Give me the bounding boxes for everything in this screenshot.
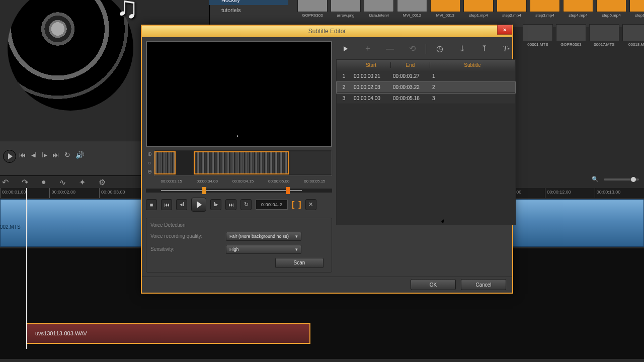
thumb-step2.mp4[interactable]: step2.mp4 [496,0,527,18]
library-folder-tutoriels[interactable]: tutoriels [209,5,288,15]
step-back-button[interactable]: ◂Ⅰ [176,199,187,210]
dialog-titlebar[interactable]: Subtitle Editor ✕ [142,26,512,37]
sensitivity-dropdown[interactable]: High [226,245,301,254]
zoom-handle-icon[interactable]: ○ [148,160,151,166]
time-offset-icon[interactable]: ◷ [433,43,446,54]
text-style-icon[interactable]: T▸ [500,43,513,54]
thumb-00017.MTS[interactable]: 00017.MTS [589,24,620,47]
timeline-toolbar: ↶ ↷ ● ∿ ✦ ⚙ [2,176,106,188]
goto-end-icon[interactable]: ⏭ [52,151,59,159]
zoom-slider[interactable] [604,178,639,180]
ruler-tick: 00:00:02.00 [49,188,99,198]
zoom-out-icon[interactable]: ⊖ [147,168,152,175]
main-transport: ⏮ ◂Ⅰ Ⅰ▸ ⏭ ↻ 🔊 [19,151,84,159]
waveform-track[interactable] [154,150,332,176]
library-folder-list: Hockey tutoriels [209,0,288,25]
ruler-tick: 00:00:13.00 [595,188,644,198]
thumb-00001.MTS[interactable]: 00001.MTS [522,24,553,47]
remove-subtitle-icon[interactable]: — [383,43,396,54]
scrub-mark-in[interactable] [202,187,206,194]
mark-out-button[interactable]: ] [298,200,301,209]
thumb-arrow.png[interactable]: arrow.png [330,0,361,18]
add-subtitle-icon[interactable]: ＋ [361,43,374,54]
delete-marks-button[interactable]: ✕ [305,199,316,210]
thumb-step4.mp4[interactable]: step4.mp4 [562,0,594,18]
import-subtitle-icon[interactable]: ⤓ [455,43,468,54]
undo-icon[interactable]: ↶ [2,177,9,187]
ok-button[interactable]: OK [411,279,456,290]
waveform-segment-2[interactable] [194,151,289,174]
ruler-tick: 00:00:01.00 [0,188,49,198]
merge-subtitle-icon[interactable]: ⟲ [406,43,419,54]
thumb-step6.mp4[interactable]: step6.mp4 [629,0,644,18]
zoom-in-icon[interactable]: ⊕ [147,151,152,157]
voice-detection-title: Voice Detection [150,222,328,228]
thumb-00018.MT[interactable]: 00018.MT [622,24,644,47]
subtitle-toolbar: ＋ — ⟲ ◷ ⤓ ⤒ T▸ [336,41,516,56]
volume-icon[interactable]: 🔊 [75,151,84,159]
scrub-bar[interactable] [146,189,332,193]
scrub-playhead[interactable] [286,187,290,194]
thumb-MVI_0012[interactable]: MVI_0012 [396,0,428,18]
export-subtitle-icon[interactable]: ⤒ [477,43,491,54]
timeline-zoom: 🔍 [592,176,639,183]
library-folder-hockey[interactable]: Hockey [209,0,288,5]
library-thumbs-row-2: 00001.MTSGOPR630300017.MTS00018.MT [522,24,644,47]
record-icon[interactable]: ● [41,177,46,187]
audio-clip[interactable]: uvs130113-003.WAV [26,323,310,344]
thumb-step3.mp4[interactable]: step3.mp4 [529,0,560,18]
goto-start-icon[interactable]: ⏮ [19,151,26,159]
loop-icon[interactable]: ↻ [64,151,70,159]
mixer-icon[interactable]: ∿ [59,177,66,187]
grid-header: Start End Subtitle [337,60,515,71]
settings-icon[interactable]: ⚙ [99,177,106,187]
quality-dropdown[interactable]: Fair (More background noise) [226,232,301,241]
dialog-transport: ■ ⏮ ◂Ⅰ Ⅰ▸ ⏭ ↻ 0:00:04.2 [ ] ✕ [146,198,332,212]
close-button[interactable]: ✕ [497,25,512,35]
thumb-GOPR6303[interactable]: GOPR6303 [555,24,587,47]
waveform-segment-1[interactable] [154,151,176,174]
redo-icon[interactable]: ↷ [22,177,28,187]
timeline-playhead[interactable] [26,188,27,349]
goto-end-button[interactable]: ⏭ [225,199,236,210]
loop-button[interactable]: ↻ [240,199,252,210]
toolbar-separator [426,44,426,54]
scan-button[interactable]: Scan [275,258,324,268]
step-back-icon[interactable]: ◂Ⅰ [31,151,37,159]
stop-button[interactable]: ■ [146,199,157,210]
subtitle-row[interactable]: 100:00:00.2100:00:01.271 [337,71,515,82]
thumb-kisia.intervi[interactable]: kisia.intervi [363,0,394,18]
main-play-button[interactable] [3,150,16,163]
ruler-tick: 00:00:12.00 [545,188,594,198]
grid-empty-area[interactable] [337,104,515,225]
play-segment-icon[interactable] [339,43,352,54]
mark-in-button[interactable]: [ [292,200,294,209]
waveform-remainder [290,151,332,174]
subtitle-row[interactable]: 300:00:04.0000:00:05.163 [337,93,515,104]
play-button[interactable] [191,198,206,212]
subtitle-row[interactable]: 200:00:02.0300:00:03.222 [337,82,515,93]
library-thumbs-row: GOPR6303arrow.pngkisia.interviMVI_0012MV… [297,0,644,18]
preview-placeholder-graphic [8,0,133,111]
timecode-field[interactable]: 0:00:04.2 [256,200,288,210]
dialog-footer: OK Cancel [142,277,512,293]
wave-time-label: 00:00:05.15 [297,179,332,184]
thumb-GOPR6303[interactable]: GOPR6303 [297,0,328,18]
fx-icon[interactable]: ✦ [79,177,86,187]
wave-time-label: 00:00:03.15 [154,179,189,184]
cancel-button[interactable]: Cancel [461,279,506,290]
wave-time-label: 00:00:05.00 [262,179,296,184]
step-fwd-icon[interactable]: Ⅰ▸ [42,151,47,159]
goto-start-button[interactable]: ⏮ [161,199,172,210]
close-icon: ✕ [503,27,507,33]
thumb-MVI_0013[interactable]: MVI_0013 [430,0,461,18]
header-subtitle[interactable]: Subtitle [430,62,515,68]
header-start[interactable]: Start [352,62,391,68]
dialog-title: Subtitle Editor [142,28,512,35]
step-fwd-button[interactable]: Ⅰ▸ [210,199,221,210]
thumb-step1.mp4[interactable]: step1.mp4 [463,0,494,18]
subtitle-editor-dialog: Subtitle Editor ✕ › ⊕ ○ ⊖ 00:00:03.1500:… [141,25,513,294]
thumb-step5.mp4[interactable]: step5.mp4 [596,0,627,18]
header-end[interactable]: End [391,62,430,68]
zoom-out-icon[interactable]: 🔍 [592,176,599,183]
